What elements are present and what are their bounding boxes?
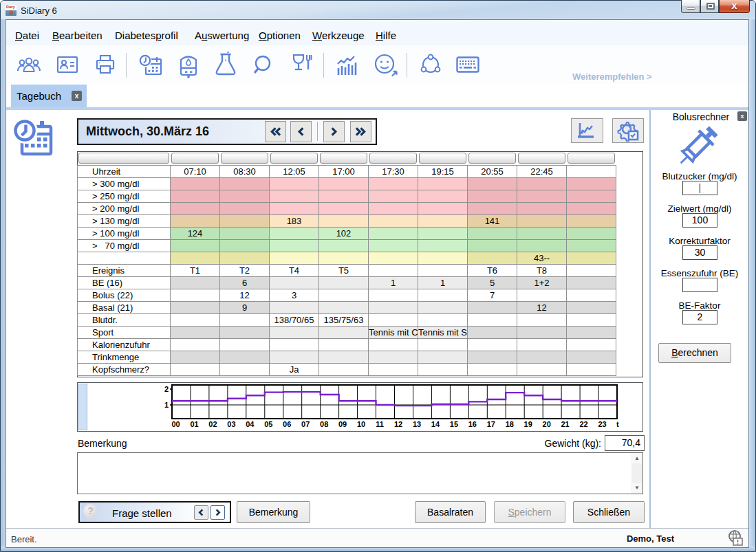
svg-text:06: 06 xyxy=(283,420,291,428)
svg-text:07: 07 xyxy=(301,420,310,428)
svg-text:1: 1 xyxy=(164,401,169,409)
svg-text:09: 09 xyxy=(338,420,347,428)
svg-text:15: 15 xyxy=(450,420,458,428)
svg-text:23: 23 xyxy=(598,420,606,428)
svg-text:t: t xyxy=(616,420,619,428)
svg-text:18: 18 xyxy=(506,420,514,428)
svg-text:01: 01 xyxy=(190,420,198,428)
svg-text:17: 17 xyxy=(487,420,495,428)
svg-text:13: 13 xyxy=(413,420,421,428)
svg-text:02: 02 xyxy=(208,420,217,428)
svg-text:10: 10 xyxy=(357,420,365,428)
svg-text:14: 14 xyxy=(431,420,440,428)
svg-text:03: 03 xyxy=(227,420,235,428)
svg-text:20: 20 xyxy=(543,420,551,428)
svg-text:08: 08 xyxy=(320,420,328,428)
svg-text:2: 2 xyxy=(164,385,169,393)
svg-text:22: 22 xyxy=(579,420,587,428)
svg-text:04: 04 xyxy=(246,420,255,428)
svg-text:16: 16 xyxy=(468,420,477,428)
svg-text:05: 05 xyxy=(264,420,272,428)
svg-text:19: 19 xyxy=(524,420,532,428)
svg-text:11: 11 xyxy=(376,420,384,428)
svg-text:21: 21 xyxy=(561,420,569,428)
svg-text:00: 00 xyxy=(171,420,180,428)
svg-text:12: 12 xyxy=(394,420,402,428)
